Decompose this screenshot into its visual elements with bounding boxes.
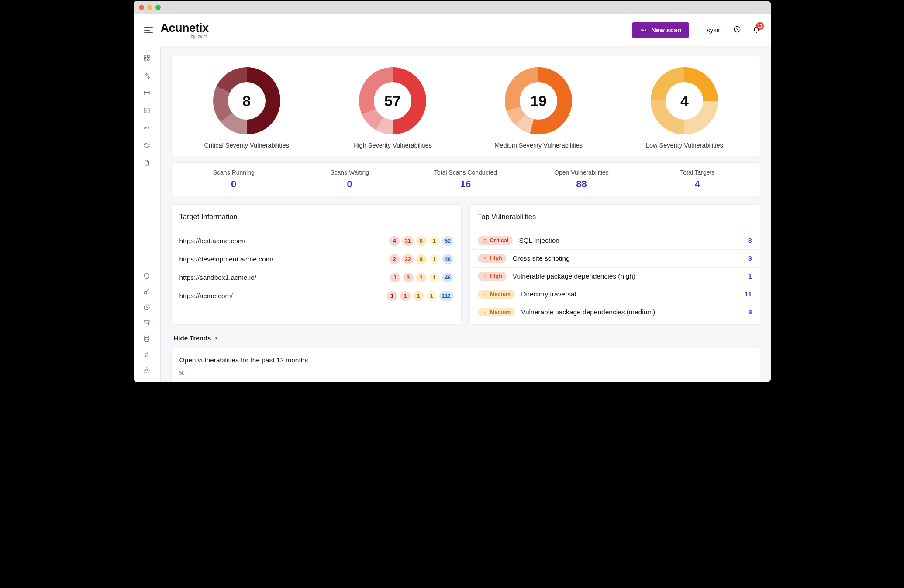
vuln-count: 8 [748,237,752,244]
severity-chip[interactable]: 1 [387,291,397,301]
stat-item[interactable]: Open Vulnerabilities 88 [524,169,639,190]
stat-item[interactable]: Total Scans Conducted 16 [407,169,523,190]
sidebar-clock-icon[interactable] [143,303,151,311]
stat-item[interactable]: Scans Waiting 0 [292,169,407,190]
vuln-row[interactable]: High Cross site scripting 3 [470,249,760,267]
stat-label: Scans Running [176,169,292,176]
svg-point-14 [145,336,149,338]
severity-chip[interactable]: 1 [390,273,400,282]
target-row[interactable]: https://sandbox1.acme.io/ 131146 [172,268,462,287]
donut-value: 57 [358,66,428,136]
severity-chip[interactable]: 9 [416,254,427,264]
target-row[interactable]: https://test.acme.com/ 4318152 [172,232,462,250]
help-button[interactable] [733,25,741,35]
sidebar-gear-icon[interactable] [143,366,151,374]
svg-rect-4 [148,55,150,58]
donut-2[interactable]: 19 Medium Severity Vulnerabilities [468,66,609,149]
sidebar-card-icon[interactable] [143,89,151,97]
severity-chip[interactable]: 4 [389,236,400,246]
target-row[interactable]: https://acme.com/ 1111112 [172,287,462,305]
sidebar-key-icon[interactable] [143,288,151,296]
sidebar-database-icon[interactable] [143,335,151,343]
severity-chip[interactable]: 3 [403,273,414,282]
severity-chip[interactable]: 8 [416,236,427,246]
severity-chip[interactable]: 31 [402,236,413,246]
sidebar-broadcast-icon[interactable] [143,124,151,132]
target-url: https://development.acme.com/ [179,255,390,263]
svg-point-15 [146,369,148,371]
severity-chip[interactable]: 1 [400,291,411,301]
severity-chip[interactable]: 48 [442,254,453,264]
brand: Acunetix by Invicti [161,21,209,39]
severity-chip[interactable]: 22 [402,254,413,264]
target-url: https://test.acme.com/ [179,237,390,245]
stat-item[interactable]: Total Targets 4 [639,169,755,190]
topbar: Acunetix by Invicti New scan sysin 11 [134,14,771,46]
help-icon [733,25,741,33]
vuln-name: Cross site scripting [513,254,742,262]
target-url: https://acme.com/ [179,292,387,300]
svg-point-0 [643,29,644,30]
close-window-icon[interactable] [139,5,144,10]
severity-chip[interactable]: 1 [413,291,424,301]
trends-chart-title: Open vulnerabilities for the past 12 mon… [179,356,752,364]
vuln-row[interactable]: Medium Vulnerable package dependencies (… [470,303,760,321]
severity-chip[interactable]: 46 [442,273,453,282]
new-scan-label: New scan [651,26,681,34]
severity-icon [482,256,488,261]
notifications-button[interactable]: 11 [752,25,760,35]
stat-item[interactable]: Scans Running 0 [176,169,292,190]
stat-value: 0 [292,179,407,190]
severity-chip[interactable]: 2 [389,254,400,264]
trends-chart-card: Open vulnerabilities for the past 12 mon… [171,348,760,382]
window-titlebar [134,1,771,14]
severity-chip[interactable]: 1 [426,291,437,301]
sidebar-swap-icon[interactable] [143,351,151,358]
severity-chip[interactable]: 1 [429,254,440,264]
menu-toggle-icon[interactable] [144,27,153,33]
svg-point-2 [737,31,737,31]
severity-chip[interactable]: 112 [439,291,453,301]
sidebar-sparkle-icon[interactable] [143,72,151,79]
trends-y-label: 50 [179,370,185,375]
sidebar-archive-icon[interactable] [143,319,151,327]
trends-toggle[interactable]: Hide Trends [174,334,758,342]
svg-rect-5 [144,59,146,61]
vuln-row[interactable]: Critical SQL Injection 8 [470,232,760,249]
sidebar-shield-icon[interactable] [143,272,151,280]
sidebar-bug-icon[interactable] [143,141,151,149]
svg-point-9 [146,127,147,128]
severity-icon [482,309,488,315]
sidebar-terminal-icon[interactable] [143,107,151,114]
target-info-panel: Target Information https://test.acme.com… [171,204,462,325]
sidebar-dashboard-icon[interactable] [143,54,151,62]
vuln-row[interactable]: High Vulnerable package dependencies (hi… [470,267,760,285]
severity-chip[interactable]: 52 [442,236,453,246]
severity-badge: High [478,254,507,263]
svg-point-10 [145,144,148,148]
donut-1[interactable]: 57 High Severity Vulnerabilities [322,66,463,149]
donut-3[interactable]: 4 Low Severity Vulnerabilities [614,66,755,149]
minimize-window-icon[interactable] [147,5,152,10]
donut-label: Low Severity Vulnerabilities [646,142,723,149]
vuln-row[interactable]: Medium Directory traversal 11 [470,285,760,303]
stat-label: Total Targets [639,169,755,176]
vuln-count: 11 [744,290,752,298]
target-row[interactable]: https://development.acme.com/ 2229148 [172,250,462,268]
main-content: 8 Critical Severity Vulnerabilities 57 H… [161,46,771,382]
user-name[interactable]: sysin [707,26,721,34]
new-scan-button[interactable]: New scan [632,22,689,38]
stat-label: Total Scans Conducted [407,169,523,176]
stat-value: 16 [407,179,523,190]
severity-chip[interactable]: 1 [429,236,440,246]
severity-chip[interactable]: 1 [416,273,427,282]
donut-label: Medium Severity Vulnerabilities [494,142,583,149]
donut-label: High Severity Vulnerabilities [353,142,432,149]
donut-0[interactable]: 8 Critical Severity Vulnerabilities [176,66,317,149]
vuln-name: Directory traversal [521,290,738,298]
maximize-window-icon[interactable] [155,5,161,10]
sidebar-document-icon[interactable] [143,159,151,167]
severity-chip[interactable]: 1 [429,273,440,282]
target-url: https://sandbox1.acme.io/ [179,274,390,282]
caret-down-icon [214,336,219,341]
